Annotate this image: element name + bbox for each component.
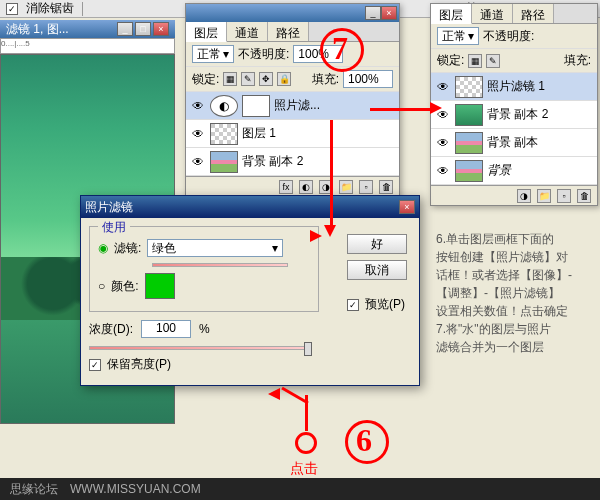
lock-label: 锁定: xyxy=(437,52,464,69)
layer-row[interactable]: 👁 ◐ 照片滤... xyxy=(186,92,399,120)
layer-row[interactable]: 👁 背景 xyxy=(431,157,597,185)
panel-footer: ◑ 📁 ▫ 🗑 xyxy=(431,185,597,205)
layer-row[interactable]: 👁 背景 副本 xyxy=(431,129,597,157)
mask-icon[interactable]: ◐ xyxy=(299,180,313,194)
layers-panel-a: _ × 图层 通道 路径 正常▾ 不透明度: 100% 锁定: ▦ ✎ ✥ 🔒 … xyxy=(185,3,400,197)
layer-list: 👁 照片滤镜 1 👁 背景 副本 2 👁 背景 副本 👁 背景 xyxy=(431,73,597,185)
lock-paint-icon[interactable]: ✎ xyxy=(486,54,500,68)
adjustment-layer-icon[interactable]: ◑ xyxy=(319,180,333,194)
adjustment-layer-icon[interactable]: ◑ xyxy=(517,189,531,203)
layer-row[interactable]: 👁 照片滤镜 1 xyxy=(431,73,597,101)
opacity-input[interactable]: 100% xyxy=(293,45,343,63)
lock-transparency-icon[interactable]: ▦ xyxy=(468,54,482,68)
lock-label: 锁定: xyxy=(192,71,219,88)
layer-thumb xyxy=(455,104,483,126)
ok-button[interactable]: 好 xyxy=(347,234,407,254)
color-radio[interactable]: ○ xyxy=(98,279,105,293)
opacity-label: 不透明度: xyxy=(483,28,534,45)
color-swatch[interactable] xyxy=(145,273,175,299)
layer-thumb xyxy=(210,151,238,173)
opacity-label: 不透明度: xyxy=(238,46,289,63)
minimize-button[interactable]: _ xyxy=(117,22,133,36)
lock-all-icon[interactable]: 🔒 xyxy=(277,72,291,86)
visibility-icon[interactable]: 👁 xyxy=(435,163,451,179)
tab-layers[interactable]: 图层 xyxy=(186,22,227,42)
density-label: 浓度(D): xyxy=(89,321,133,338)
fill-input[interactable]: 100% xyxy=(343,70,393,88)
fill-label: 填充: xyxy=(564,52,591,69)
tab-channels[interactable]: 通道 xyxy=(472,4,513,23)
blend-mode-select[interactable]: 正常▾ xyxy=(192,45,234,63)
density-input[interactable]: 100 xyxy=(141,320,191,338)
layer-thumb xyxy=(210,123,238,145)
preview-checkbox[interactable]: ✓ xyxy=(347,299,359,311)
antialias-checkbox[interactable]: ✓ xyxy=(6,3,18,15)
layer-name: 背景 xyxy=(487,162,511,179)
layer-name: 照片滤... xyxy=(274,97,320,114)
layer-name: 照片滤镜 1 xyxy=(487,78,545,95)
photo-filter-dialog: 照片滤镜 × 使用 ◉ 滤镜: 绿色▾ ○ 颜色: 好 取消 ✓ 预览(P) xyxy=(80,195,420,386)
preserve-label: 保留亮度(P) xyxy=(107,356,171,373)
layer-list: 👁 ◐ 照片滤... 👁 图层 1 👁 背景 副本 2 xyxy=(186,92,399,176)
lock-move-icon[interactable]: ✥ xyxy=(259,72,273,86)
tab-paths[interactable]: 路径 xyxy=(513,4,554,23)
visibility-icon[interactable]: 👁 xyxy=(435,79,451,95)
filter-radio-label: 滤镜: xyxy=(114,240,141,257)
cancel-button[interactable]: 取消 xyxy=(347,260,407,280)
density-slider[interactable] xyxy=(89,346,309,350)
tab-layers[interactable]: 图层 xyxy=(431,4,472,24)
layer-thumb xyxy=(455,76,483,98)
layer-row[interactable]: 👁 背景 副本 2 xyxy=(431,101,597,129)
tab-paths[interactable]: 路径 xyxy=(268,22,309,41)
adjustment-icon: ◐ xyxy=(210,95,238,117)
footer-url: WWW.MISSYUAN.COM xyxy=(70,482,201,496)
preserve-checkbox[interactable]: ✓ xyxy=(89,359,101,371)
panel-minimize-button[interactable]: _ xyxy=(365,6,381,20)
layer-row[interactable]: 👁 图层 1 xyxy=(186,120,399,148)
tab-channels[interactable]: 通道 xyxy=(227,22,268,41)
visibility-icon[interactable]: 👁 xyxy=(190,126,206,142)
panel-footer: fx ◐ ◑ 📁 ▫ 🗑 xyxy=(186,176,399,196)
fill-label: 填充: xyxy=(312,71,339,88)
lock-transparency-icon[interactable]: ▦ xyxy=(223,72,237,86)
trash-icon[interactable]: 🗑 xyxy=(577,189,591,203)
document-title: 滤镜 1, 图... xyxy=(6,21,69,38)
new-layer-icon[interactable]: ▫ xyxy=(557,189,571,203)
layer-thumb xyxy=(455,132,483,154)
filter-select[interactable]: 绿色▾ xyxy=(147,239,283,257)
layer-row[interactable]: 👁 背景 副本 2 xyxy=(186,148,399,176)
layer-name: 背景 副本 xyxy=(487,134,538,151)
layer-thumb xyxy=(455,160,483,182)
folder-icon[interactable]: 📁 xyxy=(339,180,353,194)
color-radio-label: 颜色: xyxy=(111,278,138,295)
visibility-icon[interactable]: 👁 xyxy=(190,154,206,170)
use-legend: 使用 xyxy=(98,219,130,236)
visibility-icon[interactable]: 👁 xyxy=(190,98,206,114)
document-titlebar: 滤镜 1, 图... _ □ × xyxy=(0,20,175,38)
dialog-close-button[interactable]: × xyxy=(399,200,415,214)
ruler: 0....|....5 xyxy=(0,38,175,54)
density-unit: % xyxy=(199,322,210,336)
page-footer: 思缘论坛 WWW.MISSYUAN.COM xyxy=(0,478,600,500)
lock-paint-icon[interactable]: ✎ xyxy=(241,72,255,86)
layer-name: 图层 1 xyxy=(242,125,276,142)
layers-panel-b: 图层 通道 路径 正常▾ 不透明度: 锁定: ▦ ✎ 填充: 👁 照片滤镜 1 … xyxy=(430,3,598,206)
trash-icon[interactable]: 🗑 xyxy=(379,180,393,194)
layer-name: 背景 副本 2 xyxy=(242,153,303,170)
new-layer-icon[interactable]: ▫ xyxy=(359,180,373,194)
preview-label: 预览(P) xyxy=(365,296,405,313)
dialog-title: 照片滤镜 xyxy=(85,199,133,216)
footer-site: 思缘论坛 xyxy=(10,481,58,498)
layer-name: 背景 副本 2 xyxy=(487,106,548,123)
visibility-icon[interactable]: 👁 xyxy=(435,107,451,123)
antialias-label: 消除锯齿 xyxy=(26,0,74,17)
filter-radio[interactable]: ◉ xyxy=(98,241,108,255)
fx-icon[interactable]: fx xyxy=(279,180,293,194)
panel-close-button[interactable]: × xyxy=(381,6,397,20)
maximize-button[interactable]: □ xyxy=(135,22,151,36)
visibility-icon[interactable]: 👁 xyxy=(435,135,451,151)
close-button[interactable]: × xyxy=(153,22,169,36)
blend-mode-select[interactable]: 正常▾ xyxy=(437,27,479,45)
mask-thumb xyxy=(242,95,270,117)
folder-icon[interactable]: 📁 xyxy=(537,189,551,203)
